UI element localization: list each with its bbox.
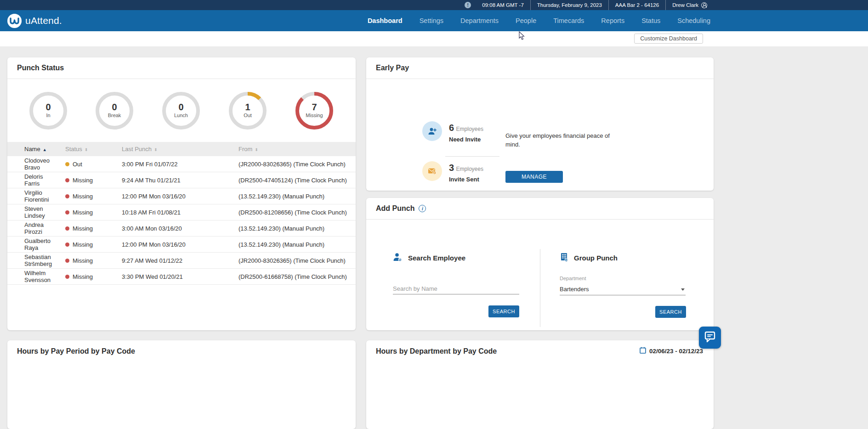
table-row[interactable]: Deloris Farris Missing 9:24 AM Thu 01/21… xyxy=(7,172,356,188)
table-row[interactable]: Clodoveo Bravo Out 3:00 PM Fri 01/07/22 … xyxy=(7,156,356,172)
donut-label: In xyxy=(29,113,68,118)
nav-item-dashboard[interactable]: Dashboard xyxy=(368,17,403,24)
cell-last-punch: 3:00 AM Mon 03/16/20 xyxy=(114,225,230,232)
donut-count: 1 xyxy=(228,102,267,113)
cell-name: Clodoveo Bravo xyxy=(7,157,56,171)
chat-bubble-icon xyxy=(704,331,716,344)
donut-count: 7 xyxy=(295,102,334,113)
hours-by-department-card: Hours by Department by Pay Code 02/06/23… xyxy=(366,340,714,429)
donut-label: Break xyxy=(95,113,134,118)
nav-item-status[interactable]: Status xyxy=(641,17,660,24)
donut-lunch[interactable]: 0 Lunch xyxy=(162,91,200,130)
status-dot xyxy=(65,178,69,182)
table-row[interactable]: Sebastian Stršmberg Missing 9:27 AM Wed … xyxy=(7,253,356,269)
main-nav: uAttend. DashboardSettingsDepartmentsPeo… xyxy=(0,10,868,31)
status-dot xyxy=(65,243,69,247)
cell-last-punch: 9:27 AM Wed 01/12/22 xyxy=(114,257,230,264)
status-dot xyxy=(65,259,69,263)
cell-from: (JR2000-83026365) (Time Clock Punch) xyxy=(230,161,356,168)
col-header-name[interactable]: Name▲ xyxy=(7,146,56,152)
manage-button[interactable]: MANAGE xyxy=(505,171,563,183)
nav-item-people[interactable]: People xyxy=(516,17,536,24)
search-employee-button[interactable]: SEARCH xyxy=(488,305,519,317)
donut-count: 0 xyxy=(29,102,68,113)
nav-item-scheduling[interactable]: Scheduling xyxy=(677,17,710,24)
cell-from: (13.52.149.230) (Manual Punch) xyxy=(230,193,356,200)
sort-icon: ⬍ xyxy=(154,147,157,152)
svg-text:123: 123 xyxy=(565,259,569,261)
hours-by-pay-period-title: Hours by Pay Period by Pay Code xyxy=(17,347,135,355)
person-search-icon xyxy=(392,252,403,264)
punch-table-body: Clodoveo Bravo Out 3:00 PM Fri 01/07/22 … xyxy=(7,156,356,285)
uattend-logo-icon xyxy=(7,14,22,28)
cell-from: (13.52.149.230) (Manual Punch) xyxy=(230,241,356,248)
cell-status: Missing xyxy=(56,257,114,264)
table-row[interactable]: Gualberto Raya Missing 12:00 PM Mon 03/1… xyxy=(7,237,356,253)
early-pay-description: Give your employees financial peace of m… xyxy=(505,131,610,149)
group-punch-heading: Group Punch xyxy=(574,254,618,262)
donut-in[interactable]: 0 In xyxy=(29,91,68,130)
user-name: Drew Clark xyxy=(672,2,698,8)
donut-count: 0 xyxy=(95,102,134,113)
brand-logo[interactable]: uAttend. xyxy=(7,14,62,28)
donut-break[interactable]: 0 Break xyxy=(95,91,134,130)
cell-last-punch: 3:30 PM Wed 01/20/21 xyxy=(114,273,230,280)
donut-count: 0 xyxy=(162,102,200,113)
user-menu[interactable]: Drew Clark xyxy=(665,0,714,10)
invite-sent-stat xyxy=(422,161,442,181)
date-range-picker[interactable]: 02/06/23 - 02/12/23 xyxy=(640,347,703,355)
cell-from: (13.52.149.230) (Manual Punch) xyxy=(230,225,356,232)
department-label: Department xyxy=(560,276,586,281)
col-header-last-punch[interactable]: Last Punch⬍ xyxy=(114,146,230,152)
brand-text: uAttend. xyxy=(25,15,62,26)
early-pay-title: Early Pay xyxy=(376,64,409,72)
search-employee-input[interactable] xyxy=(393,283,519,294)
punch-donut-row: 0 In 0 Break 0 Lunch 1 Out 7 Missing xyxy=(7,79,356,142)
cell-status: Missing xyxy=(56,241,114,248)
col-header-from[interactable]: From⬍ xyxy=(230,146,356,152)
customize-dashboard-button[interactable]: Customize Dashboard xyxy=(634,34,703,44)
cell-status: Out xyxy=(56,161,114,168)
cell-from: (DR2500-81208656) (Time Clock Punch) xyxy=(230,209,356,216)
need-invite-unit: Employees xyxy=(456,126,483,132)
department-select[interactable]: Bartenders xyxy=(560,286,686,295)
nav-item-departments[interactable]: Departments xyxy=(460,17,499,24)
cell-last-punch: 12:00 PM Mon 03/16/20 xyxy=(114,241,230,248)
account-name[interactable]: AAA Bar 2 - 64126 xyxy=(608,0,665,10)
table-row[interactable]: Steven Lindsey Missing 10:18 AM Fri 01/0… xyxy=(7,204,356,220)
table-row[interactable]: Virgilio Fiorentini Missing 12:00 PM Mon… xyxy=(7,188,356,204)
nav-item-reports[interactable]: Reports xyxy=(601,17,624,24)
nav-item-settings[interactable]: Settings xyxy=(420,17,443,24)
cell-from: (JR2000-83026365) (Time Clock Punch) xyxy=(230,257,356,264)
info-icon[interactable]: i xyxy=(419,205,426,212)
punch-table-header: Name▲ Status⬍ Last Punch⬍ From⬍ xyxy=(7,142,356,156)
alert-info-icon[interactable]: ! xyxy=(465,2,471,8)
cell-status: Missing xyxy=(56,193,114,200)
need-invite-label: Need Invite xyxy=(449,136,483,143)
table-row[interactable]: Andrea Pirozzi Missing 3:00 AM Mon 03/16… xyxy=(7,220,356,237)
status-dot xyxy=(65,162,69,166)
status-dot xyxy=(65,275,69,279)
invite-sent-label: Invite Sent xyxy=(449,176,483,183)
punch-status-card: Punch Status 0 In 0 Break 0 Lunch 1 Out xyxy=(7,57,356,330)
group-punch-search-button[interactable]: SEARCH xyxy=(655,306,686,318)
cell-name: Wilhelm Svensson xyxy=(7,270,56,283)
donut-label: Out xyxy=(228,113,267,118)
user-avatar-icon xyxy=(701,2,707,8)
chat-widget-button[interactable] xyxy=(699,327,721,349)
need-invite-stat xyxy=(422,121,442,141)
cell-last-punch: 12:00 PM Mon 03/16/20 xyxy=(114,193,230,200)
sort-icon: ⬍ xyxy=(255,147,258,152)
need-invite-count: 6 xyxy=(449,123,454,133)
nav-item-timecards[interactable]: Timecards xyxy=(553,17,584,24)
top-utility-bar: ! 09:08 AM GMT -7 Thursday, February 9, … xyxy=(0,0,868,10)
invite-sent-unit: Employees xyxy=(456,166,483,172)
donut-out[interactable]: 1 Out xyxy=(228,91,267,130)
invite-sent-count: 3 xyxy=(449,163,454,173)
donut-missing[interactable]: 7 Missing xyxy=(295,91,334,130)
col-header-status[interactable]: Status⬍ xyxy=(56,146,114,152)
table-row[interactable]: Wilhelm Svensson Missing 3:30 PM Wed 01/… xyxy=(7,269,356,285)
cell-status: Missing xyxy=(56,209,114,216)
cell-name: Virgilio Fiorentini xyxy=(7,189,56,203)
status-dot xyxy=(65,194,69,198)
